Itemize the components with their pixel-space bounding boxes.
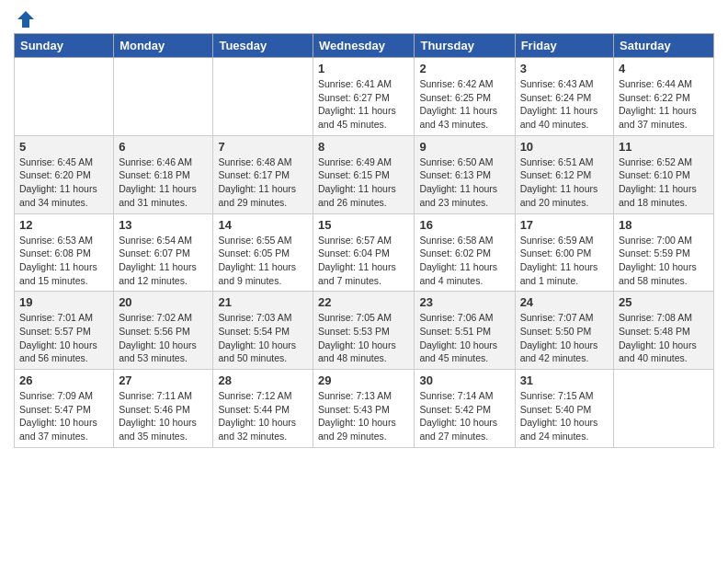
- day-number: 8: [318, 140, 409, 154]
- day-info: Sunrise: 7:08 AM Sunset: 5:48 PM Dayligh…: [619, 311, 709, 365]
- calendar-cell: 19Sunrise: 7:01 AM Sunset: 5:57 PM Dayli…: [15, 292, 114, 370]
- calendar-week-row: 5Sunrise: 6:45 AM Sunset: 6:20 PM Daylig…: [15, 135, 714, 213]
- day-info: Sunrise: 6:43 AM Sunset: 6:24 PM Dayligh…: [520, 77, 609, 132]
- day-number: 12: [19, 218, 108, 232]
- calendar-week-row: 1Sunrise: 6:41 AM Sunset: 6:27 PM Daylig…: [15, 58, 714, 136]
- day-number: 1: [318, 62, 409, 75]
- calendar-cell: 12Sunrise: 6:53 AM Sunset: 6:08 PM Dayli…: [15, 213, 114, 292]
- day-info: Sunrise: 7:02 AM Sunset: 5:56 PM Dayligh…: [119, 311, 208, 365]
- calendar-week-row: 19Sunrise: 7:01 AM Sunset: 5:57 PM Dayli…: [15, 292, 714, 370]
- page-container: SundayMondayTuesdayWednesdayThursdayFrid…: [0, 0, 728, 457]
- day-number: 16: [419, 218, 509, 232]
- calendar-cell: 10Sunrise: 6:51 AM Sunset: 6:12 PM Dayli…: [515, 135, 613, 213]
- calendar-cell: 6Sunrise: 6:46 AM Sunset: 6:18 PM Daylig…: [114, 135, 213, 213]
- day-number: 4: [619, 62, 709, 75]
- header: [14, 9, 714, 26]
- calendar-cell: 29Sunrise: 7:13 AM Sunset: 5:43 PM Dayli…: [313, 370, 415, 448]
- day-number: 14: [218, 218, 308, 232]
- weekday-header-wednesday: Wednesday: [313, 34, 415, 58]
- calendar-cell: 27Sunrise: 7:11 AM Sunset: 5:46 PM Dayli…: [114, 370, 213, 448]
- day-number: 24: [520, 295, 609, 309]
- day-number: 19: [19, 295, 108, 309]
- calendar-cell: 20Sunrise: 7:02 AM Sunset: 5:56 PM Dayli…: [114, 292, 213, 370]
- calendar-cell: 8Sunrise: 6:49 AM Sunset: 6:15 PM Daylig…: [313, 135, 415, 213]
- day-number: 5: [19, 140, 108, 154]
- calendar-cell: 4Sunrise: 6:44 AM Sunset: 6:22 PM Daylig…: [614, 58, 714, 136]
- day-number: 22: [318, 295, 409, 309]
- day-info: Sunrise: 6:44 AM Sunset: 6:22 PM Dayligh…: [619, 77, 709, 132]
- calendar-week-row: 26Sunrise: 7:09 AM Sunset: 5:47 PM Dayli…: [15, 370, 714, 448]
- day-info: Sunrise: 7:12 AM Sunset: 5:44 PM Dayligh…: [218, 389, 308, 443]
- day-number: 15: [318, 218, 409, 232]
- day-number: 7: [218, 140, 308, 154]
- weekday-header-monday: Monday: [114, 34, 213, 58]
- day-info: Sunrise: 6:49 AM Sunset: 6:15 PM Dayligh…: [318, 155, 409, 210]
- calendar-cell: 9Sunrise: 6:50 AM Sunset: 6:13 PM Daylig…: [415, 135, 515, 213]
- calendar-cell: [15, 58, 114, 136]
- calendar-week-row: 12Sunrise: 6:53 AM Sunset: 6:08 PM Dayli…: [15, 213, 714, 292]
- day-info: Sunrise: 6:57 AM Sunset: 6:04 PM Dayligh…: [318, 234, 409, 288]
- calendar-cell: 18Sunrise: 7:00 AM Sunset: 5:59 PM Dayli…: [614, 213, 714, 292]
- day-info: Sunrise: 6:51 AM Sunset: 6:12 PM Dayligh…: [520, 155, 609, 210]
- calendar-cell: 23Sunrise: 7:06 AM Sunset: 5:51 PM Dayli…: [415, 292, 515, 370]
- day-number: 9: [419, 140, 509, 154]
- day-info: Sunrise: 7:06 AM Sunset: 5:51 PM Dayligh…: [419, 311, 509, 365]
- day-number: 18: [619, 218, 709, 232]
- day-info: Sunrise: 6:53 AM Sunset: 6:08 PM Dayligh…: [19, 234, 108, 288]
- day-info: Sunrise: 6:54 AM Sunset: 6:07 PM Dayligh…: [119, 234, 208, 288]
- weekday-header-row: SundayMondayTuesdayWednesdayThursdayFrid…: [15, 34, 714, 58]
- day-number: 25: [619, 295, 709, 309]
- weekday-header-saturday: Saturday: [614, 34, 714, 58]
- day-info: Sunrise: 7:15 AM Sunset: 5:40 PM Dayligh…: [520, 389, 609, 443]
- day-number: 10: [520, 140, 609, 154]
- day-number: 28: [218, 373, 308, 387]
- calendar-cell: 5Sunrise: 6:45 AM Sunset: 6:20 PM Daylig…: [15, 135, 114, 213]
- calendar-cell: 22Sunrise: 7:05 AM Sunset: 5:53 PM Dayli…: [313, 292, 415, 370]
- calendar-cell: 2Sunrise: 6:42 AM Sunset: 6:25 PM Daylig…: [415, 58, 515, 136]
- day-number: 30: [419, 373, 509, 387]
- day-number: 27: [119, 373, 208, 387]
- calendar-cell: [114, 58, 213, 136]
- calendar-cell: 28Sunrise: 7:12 AM Sunset: 5:44 PM Dayli…: [213, 370, 313, 448]
- calendar-cell: [614, 370, 714, 448]
- day-number: 6: [119, 140, 208, 154]
- day-number: 17: [520, 218, 609, 232]
- day-number: 29: [318, 373, 409, 387]
- day-info: Sunrise: 6:58 AM Sunset: 6:02 PM Dayligh…: [419, 234, 509, 288]
- day-number: 2: [419, 62, 509, 75]
- day-number: 3: [520, 62, 609, 75]
- day-number: 21: [218, 295, 308, 309]
- calendar-cell: 3Sunrise: 6:43 AM Sunset: 6:24 PM Daylig…: [515, 58, 613, 136]
- calendar-cell: 11Sunrise: 6:52 AM Sunset: 6:10 PM Dayli…: [614, 135, 714, 213]
- day-info: Sunrise: 6:45 AM Sunset: 6:20 PM Dayligh…: [19, 155, 108, 210]
- weekday-header-thursday: Thursday: [415, 34, 515, 58]
- day-info: Sunrise: 7:03 AM Sunset: 5:54 PM Dayligh…: [218, 311, 308, 365]
- day-info: Sunrise: 7:14 AM Sunset: 5:42 PM Dayligh…: [419, 389, 509, 443]
- calendar-cell: 7Sunrise: 6:48 AM Sunset: 6:17 PM Daylig…: [213, 135, 313, 213]
- calendar-cell: 1Sunrise: 6:41 AM Sunset: 6:27 PM Daylig…: [313, 58, 415, 136]
- calendar-cell: 31Sunrise: 7:15 AM Sunset: 5:40 PM Dayli…: [515, 370, 613, 448]
- calendar-cell: [213, 58, 313, 136]
- calendar-cell: 15Sunrise: 6:57 AM Sunset: 6:04 PM Dayli…: [313, 213, 415, 292]
- calendar-cell: 25Sunrise: 7:08 AM Sunset: 5:48 PM Dayli…: [614, 292, 714, 370]
- day-info: Sunrise: 7:07 AM Sunset: 5:50 PM Dayligh…: [520, 311, 609, 365]
- weekday-header-tuesday: Tuesday: [213, 34, 313, 58]
- logo-icon: [16, 9, 36, 29]
- day-info: Sunrise: 6:59 AM Sunset: 6:00 PM Dayligh…: [520, 234, 609, 288]
- day-info: Sunrise: 7:13 AM Sunset: 5:43 PM Dayligh…: [318, 389, 409, 443]
- day-number: 31: [520, 373, 609, 387]
- day-info: Sunrise: 6:55 AM Sunset: 6:05 PM Dayligh…: [218, 234, 308, 288]
- day-info: Sunrise: 6:50 AM Sunset: 6:13 PM Dayligh…: [419, 155, 509, 210]
- day-number: 11: [619, 140, 709, 154]
- day-info: Sunrise: 7:09 AM Sunset: 5:47 PM Dayligh…: [19, 389, 108, 443]
- day-info: Sunrise: 7:05 AM Sunset: 5:53 PM Dayligh…: [318, 311, 409, 365]
- day-number: 13: [119, 218, 208, 232]
- day-info: Sunrise: 7:11 AM Sunset: 5:46 PM Dayligh…: [119, 389, 208, 443]
- calendar-cell: 16Sunrise: 6:58 AM Sunset: 6:02 PM Dayli…: [415, 213, 515, 292]
- weekday-header-sunday: Sunday: [15, 34, 114, 58]
- calendar-cell: 17Sunrise: 6:59 AM Sunset: 6:00 PM Dayli…: [515, 213, 613, 292]
- logo: [14, 9, 36, 26]
- day-info: Sunrise: 7:01 AM Sunset: 5:57 PM Dayligh…: [19, 311, 108, 365]
- day-number: 20: [119, 295, 208, 309]
- calendar-table: SundayMondayTuesdayWednesdayThursdayFrid…: [14, 33, 714, 448]
